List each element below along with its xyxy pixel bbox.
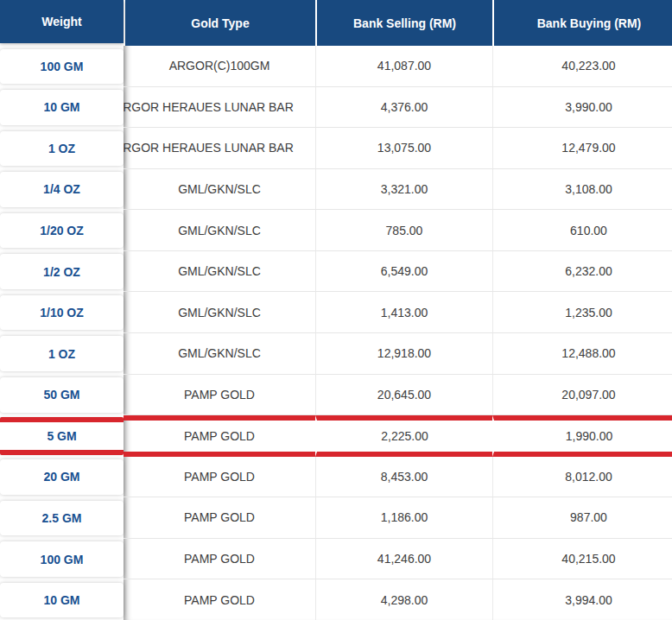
bank-selling-cell-text: 3,321.00 (381, 182, 428, 196)
gold-type-cell-text: ARGOR(C)100GM (169, 59, 270, 73)
gold-type-cell: PAMP GOLD (124, 457, 315, 498)
bank-buying-cell-text: 12,488.00 (561, 346, 615, 360)
gold-rates-table: Gold Type Bank Selling (RM) Bank Buying … (0, 0, 672, 620)
bank-buying-cell: 1,235.00 (492, 292, 672, 333)
gold-type-cell: PAMP GOLD (124, 539, 315, 580)
bank-selling-cell-text: 2,225.00 (381, 429, 428, 443)
bank-buying-cell: 987.00 (492, 497, 672, 539)
bank-selling-cell: 4,298.00 (315, 579, 492, 620)
column-header-gold-type: Gold Type (124, 0, 315, 46)
bank-selling-cell: 2,225.00 (315, 415, 492, 457)
bank-buying-cell: 40,223.00 (492, 46, 672, 87)
bank-buying-cell: 12,488.00 (492, 333, 672, 375)
gold-type-cell-text: PAMP GOLD (184, 388, 255, 402)
weight-cell: 1/2 OZ (0, 254, 124, 289)
gold-type-cell: GML/GKN/SLC (124, 251, 315, 293)
weight-cell-slot: 1/20 OZ (0, 210, 124, 251)
gold-type-cell: GML/GKN/SLC (124, 210, 315, 251)
bank-selling-cell: 3,321.00 (315, 169, 492, 211)
bank-selling-cell-text: 6,549.00 (381, 264, 428, 278)
bank-selling-cell-text: 4,298.00 (381, 593, 428, 607)
bank-selling-cell: 1,186.00 (315, 497, 492, 539)
gold-type-cell-text: GML/GKN/SLC (178, 182, 261, 196)
weight-cell: 1 OZ (0, 131, 124, 167)
table-row: ARGOR(C)100GM41,087.0040,223.00 (124, 46, 672, 87)
weight-cell: 1 OZ (0, 336, 124, 371)
weight-cell: 1/20 OZ (0, 213, 124, 249)
gold-type-cell-text: PAMP GOLD (184, 470, 255, 484)
bank-buying-cell: 6,232.00 (492, 251, 672, 293)
gold-type-cell: PAMP GOLD (124, 579, 315, 620)
bank-buying-cell: 8,012.00 (492, 457, 672, 498)
weight-cell: 100 GM (0, 49, 124, 85)
gold-type-cell: GML/GKN/SLC (124, 169, 315, 211)
gold-type-cell-text: RGOR HERAUES LUNAR BAR (124, 100, 294, 114)
bank-buying-cell-text: 610.00 (570, 224, 607, 237)
gold-type-cell: ARGOR(C)100GM (124, 46, 315, 87)
bank-buying-cell-text: 40,215.00 (561, 552, 615, 566)
bank-buying-cell: 40,215.00 (492, 539, 672, 580)
weight-cell-highlighted: 5 GM (0, 417, 124, 455)
gold-type-cell: GML/GKN/SLC (124, 333, 315, 375)
table-row: GML/GKN/SLC1,413.001,235.00 (124, 292, 672, 333)
weight-cell-slot: 50 GM (0, 375, 124, 416)
column-header-bank-buying: Bank Buying (RM) (492, 0, 672, 46)
table-scroll-area[interactable]: Gold Type Bank Selling (RM) Bank Buying … (124, 0, 672, 620)
weight-cell: 1/4 OZ (0, 172, 124, 207)
bank-selling-cell: 785.00 (315, 210, 492, 251)
bank-selling-cell-text: 8,453.00 (381, 470, 428, 484)
bank-selling-cell: 4,376.00 (315, 87, 492, 129)
bank-selling-cell: 13,075.00 (315, 128, 492, 169)
bank-buying-cell-text: 3,990.00 (565, 100, 612, 114)
gold-type-cell: RGOR HERAUES LUNAR BAR (124, 87, 315, 129)
table-row: GML/GKN/SLC785.00610.00 (124, 210, 672, 251)
table-row: RGOR HERAUES LUNAR BAR13,075.0012,479.00 (124, 128, 672, 169)
table-body: ARGOR(C)100GM41,087.0040,223.00RGOR HERA… (124, 46, 672, 620)
bank-selling-cell-text: 12,918.00 (377, 346, 431, 360)
table-row: PAMP GOLD8,453.008,012.00 (124, 457, 672, 498)
bank-buying-cell: 12,479.00 (492, 128, 672, 169)
table-row: GML/GKN/SLC3,321.003,108.00 (124, 169, 672, 211)
gold-type-cell-text: GML/GKN/SLC (178, 346, 261, 360)
weight-cell: 10 GM (0, 90, 124, 125)
gold-type-cell-text: RGOR HERAUES LUNAR BAR (124, 141, 294, 155)
gold-type-cell: GML/GKN/SLC (124, 292, 315, 333)
bank-selling-cell-text: 785.00 (386, 224, 423, 237)
gold-type-cell-text: GML/GKN/SLC (178, 264, 261, 278)
weight-cell: 100 GM (0, 541, 124, 577)
weight-cell-slot: 20 GM (0, 457, 124, 498)
bank-buying-cell: 610.00 (492, 210, 672, 251)
weight-cell-slot: 10 GM (0, 579, 124, 620)
column-header-bank-selling: Bank Selling (RM) (315, 0, 492, 46)
table-header-row: Gold Type Bank Selling (RM) Bank Buying … (124, 0, 672, 46)
weight-column: Weight 100 GM10 GM1 OZ1/4 OZ1/20 OZ1/2 O… (0, 0, 124, 620)
bank-selling-cell: 41,246.00 (315, 539, 492, 580)
bank-selling-cell: 41,087.00 (315, 46, 492, 87)
gold-type-cell: PAMP GOLD (124, 375, 315, 416)
weight-cell-slot: 1/10 OZ (0, 292, 124, 333)
table-row: PAMP GOLD4,298.003,994.00 (124, 579, 672, 620)
gold-type-cell-text: PAMP GOLD (184, 552, 255, 566)
table-row: PAMP GOLD20,645.0020,097.00 (124, 375, 672, 416)
weight-cell: 50 GM (0, 377, 124, 413)
bank-buying-cell: 3,990.00 (492, 87, 672, 129)
bank-buying-cell: 1,990.00 (492, 415, 672, 457)
gold-type-cell: PAMP GOLD (124, 497, 315, 539)
bank-buying-cell-text: 987.00 (570, 510, 607, 524)
bank-buying-cell-text: 3,994.00 (565, 593, 612, 607)
weight-cell: 20 GM (0, 459, 124, 495)
gold-type-cell-text: PAMP GOLD (184, 429, 255, 443)
column-header-weight: Weight (0, 0, 124, 43)
table-row: PAMP GOLD41,246.0040,215.00 (124, 539, 672, 580)
bank-selling-cell-text: 41,246.00 (377, 552, 431, 566)
bank-selling-cell: 12,918.00 (315, 333, 492, 375)
weight-cell-slot: 1/4 OZ (0, 169, 124, 211)
weight-cell-slot: 1 OZ (0, 128, 124, 169)
bank-buying-cell-text: 3,108.00 (565, 182, 612, 196)
gold-type-cell: PAMP GOLD (124, 415, 315, 457)
bank-selling-cell-text: 20,645.00 (377, 388, 431, 402)
bank-selling-cell-text: 41,087.00 (377, 59, 431, 73)
bank-selling-cell: 8,453.00 (315, 457, 492, 498)
gold-type-cell-text: GML/GKN/SLC (178, 224, 261, 237)
bank-buying-cell-text: 1,990.00 (566, 429, 613, 443)
